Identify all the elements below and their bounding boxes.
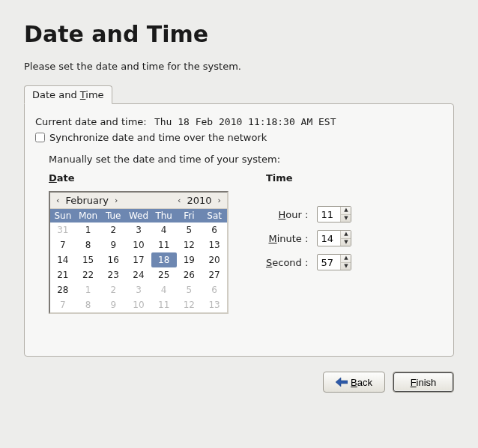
- calendar-day[interactable]: 3: [126, 223, 151, 237]
- back-button[interactable]: Back: [323, 372, 385, 393]
- back-arrow-icon: [336, 378, 348, 387]
- calendar-day[interactable]: 18: [151, 252, 177, 267]
- month-label: February: [65, 195, 109, 206]
- sync-network-checkbox[interactable]: [35, 133, 45, 142]
- calendar-day[interactable]: 10: [126, 297, 151, 312]
- calendar-day[interactable]: 4: [151, 223, 177, 237]
- second-up-icon[interactable]: ▲: [341, 255, 351, 262]
- calendar-dow: Wed: [126, 209, 151, 223]
- hour-down-icon[interactable]: ▼: [341, 214, 351, 223]
- calendar-day[interactable]: 7: [50, 237, 76, 252]
- current-datetime-label: Current date and time:: [35, 116, 147, 127]
- calendar: ‹ February › ‹ 2010 › SunMonTueWedThuFri…: [49, 191, 229, 314]
- calendar-day[interactable]: 12: [177, 297, 202, 312]
- calendar-day[interactable]: 4: [151, 282, 177, 297]
- minute-down-icon[interactable]: ▼: [341, 238, 351, 246]
- calendar-day[interactable]: 24: [126, 267, 151, 282]
- second-spinner[interactable]: ▲▼: [317, 254, 351, 270]
- intro-text: Please set the date and time for the sys…: [24, 61, 454, 72]
- calendar-day[interactable]: 1: [76, 282, 101, 297]
- calendar-grid: SunMonTueWedThuFriSat 311234567891011121…: [50, 209, 227, 312]
- calendar-dow: Sat: [202, 209, 227, 223]
- calendar-day[interactable]: 27: [202, 267, 227, 282]
- date-section-title: Date: [49, 172, 229, 184]
- calendar-day[interactable]: 21: [50, 267, 76, 282]
- calendar-day[interactable]: 6: [202, 223, 227, 237]
- year-label: 2010: [187, 195, 212, 206]
- hour-spinner[interactable]: ▲▼: [317, 206, 351, 223]
- calendar-day[interactable]: 26: [177, 267, 202, 282]
- second-label: Second :: [266, 257, 309, 268]
- calendar-day[interactable]: 10: [126, 237, 151, 252]
- calendar-day[interactable]: 14: [50, 252, 76, 267]
- calendar-day[interactable]: 5: [177, 282, 202, 297]
- date-time-panel: Current date and time: Thu 18 Feb 2010 1…: [24, 103, 454, 357]
- year-selector[interactable]: ‹ 2010 ›: [176, 195, 223, 206]
- calendar-day[interactable]: 9: [100, 237, 126, 252]
- date-column: Date ‹ February › ‹ 2010 ›: [49, 172, 229, 314]
- calendar-day[interactable]: 12: [177, 237, 202, 252]
- calendar-dow: Sun: [50, 209, 76, 223]
- calendar-day[interactable]: 23: [100, 267, 126, 282]
- calendar-day[interactable]: 8: [76, 237, 101, 252]
- tab-label: Date and Time: [32, 89, 104, 100]
- calendar-day[interactable]: 28: [50, 282, 76, 297]
- calendar-day[interactable]: 13: [202, 297, 227, 312]
- manual-set-label: Manually set the date and time of your s…: [49, 154, 443, 165]
- prev-year-icon[interactable]: ‹: [176, 196, 182, 205]
- minute-input[interactable]: [318, 231, 340, 246]
- next-year-icon[interactable]: ›: [217, 196, 223, 205]
- calendar-dow: Tue: [100, 209, 126, 223]
- calendar-day[interactable]: 17: [126, 252, 151, 267]
- calendar-day[interactable]: 11: [151, 237, 177, 252]
- minute-up-icon[interactable]: ▲: [341, 231, 351, 238]
- calendar-dow: Fri: [177, 209, 202, 223]
- time-section-title: Time: [266, 172, 351, 184]
- calendar-day[interactable]: 2: [100, 282, 126, 297]
- calendar-day[interactable]: 6: [202, 282, 227, 297]
- second-input[interactable]: [318, 255, 340, 270]
- calendar-day[interactable]: 3: [126, 282, 151, 297]
- second-down-icon[interactable]: ▼: [341, 262, 351, 270]
- month-selector[interactable]: ‹ February ›: [55, 195, 119, 206]
- calendar-day[interactable]: 11: [151, 297, 177, 312]
- hour-label: Hour :: [266, 209, 309, 220]
- calendar-day[interactable]: 13: [202, 237, 227, 252]
- minute-label: Minute :: [266, 233, 309, 244]
- calendar-day[interactable]: 25: [151, 267, 177, 282]
- calendar-dow: Mon: [76, 209, 101, 223]
- calendar-day[interactable]: 19: [177, 252, 202, 267]
- tab-date-and-time[interactable]: Date and Time: [24, 85, 112, 104]
- prev-month-icon[interactable]: ‹: [55, 196, 61, 205]
- calendar-dow: Thu: [151, 209, 177, 223]
- hour-input[interactable]: [318, 207, 340, 222]
- calendar-day[interactable]: 2: [100, 223, 126, 237]
- calendar-day[interactable]: 31: [50, 223, 76, 237]
- calendar-day[interactable]: 7: [50, 297, 76, 312]
- calendar-day[interactable]: 16: [100, 252, 126, 267]
- sync-network-label: Synchronize date and time over the netwo…: [49, 132, 267, 143]
- calendar-day[interactable]: 9: [100, 297, 126, 312]
- minute-spinner[interactable]: ▲▼: [317, 230, 351, 246]
- calendar-day[interactable]: 22: [76, 267, 101, 282]
- calendar-day[interactable]: 1: [76, 223, 101, 237]
- calendar-day[interactable]: 15: [76, 252, 101, 267]
- calendar-day[interactable]: 20: [202, 252, 227, 267]
- time-column: Time Hour : ▲▼ Minute : ▲▼ Second :: [266, 172, 351, 314]
- calendar-day[interactable]: 8: [76, 297, 101, 312]
- hour-up-icon[interactable]: ▲: [341, 207, 351, 214]
- next-month-icon[interactable]: ›: [113, 196, 119, 205]
- finish-button[interactable]: Finish: [393, 372, 454, 393]
- page-title: Date and Time: [24, 21, 454, 47]
- calendar-day[interactable]: 5: [177, 223, 202, 237]
- current-datetime-value: Thu 18 Feb 2010 11:18:30 AM EST: [154, 116, 336, 127]
